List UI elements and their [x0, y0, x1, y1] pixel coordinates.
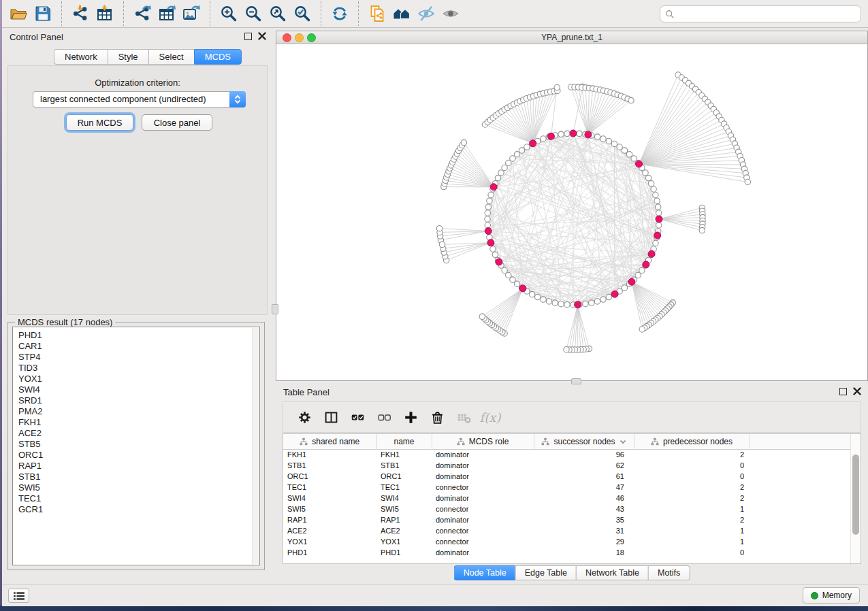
cell-shared-name[interactable]: TEC1	[283, 482, 376, 493]
zoom-out-button[interactable]	[241, 2, 266, 25]
cell-successor-nodes[interactable]: 46	[534, 493, 634, 503]
horizontal-splitter-handle[interactable]	[571, 378, 581, 384]
cell-successor-nodes[interactable]: 35	[534, 514, 634, 525]
cell-mcds-role[interactable]: dominator	[432, 449, 534, 460]
mcds-result-item[interactable]: ACE2	[13, 428, 259, 439]
cell-name[interactable]: STB1	[376, 460, 432, 471]
hide-all-columns-button[interactable]	[376, 409, 392, 425]
tab-mcds[interactable]: MCDS	[194, 49, 242, 65]
minimize-window-icon[interactable]	[295, 33, 304, 42]
table-row[interactable]: ACE2ACE2connector311	[283, 525, 854, 536]
cell-name[interactable]: SWI4	[376, 493, 432, 503]
cell-shared-name[interactable]: PHD1	[283, 547, 376, 558]
zoom-in-button[interactable]	[216, 2, 241, 25]
cell-predecessor-nodes[interactable]: 1	[634, 503, 750, 514]
first-neighbors-button[interactable]	[389, 2, 414, 25]
mcds-result-item[interactable]: PHD1	[13, 330, 259, 341]
cell-successor-nodes[interactable]: 18	[534, 547, 634, 558]
network-window-titlebar[interactable]: YPA_prune.txt_1	[276, 31, 867, 44]
show-all-button[interactable]	[438, 2, 463, 25]
cell-successor-nodes[interactable]: 62	[534, 460, 634, 471]
column-header-name[interactable]: name	[376, 434, 432, 449]
cell-name[interactable]: YOX1	[376, 536, 432, 547]
cell-mcds-role[interactable]: connector	[432, 482, 534, 493]
tab-select[interactable]: Select	[148, 49, 194, 65]
cell-shared-name[interactable]: ACE2	[283, 525, 376, 536]
hide-selected-button[interactable]	[414, 2, 438, 25]
mcds-result-item[interactable]: CAR1	[13, 341, 259, 352]
cell-successor-nodes[interactable]: 96	[534, 449, 634, 460]
table-row[interactable]: YOX1YOX1connector291	[283, 536, 854, 547]
mcds-result-item[interactable]: FKH1	[13, 417, 259, 428]
cell-shared-name[interactable]: YOX1	[283, 536, 376, 547]
save-button[interactable]	[31, 2, 55, 25]
table-row[interactable]: TEC1TEC1connector472	[283, 482, 854, 493]
cell-predecessor-nodes[interactable]: 2	[634, 449, 750, 460]
cell-shared-name[interactable]: ORC1	[283, 471, 376, 482]
cell-successor-nodes[interactable]: 31	[534, 525, 634, 536]
cell-name[interactable]: TEC1	[376, 482, 432, 493]
table-row[interactable]: STB1STB1dominator620	[283, 460, 854, 471]
zoom-selected-button[interactable]	[290, 2, 315, 25]
cell-predecessor-nodes[interactable]: 2	[634, 514, 750, 525]
close-window-icon[interactable]	[283, 33, 291, 42]
cell-shared-name[interactable]: FKH1	[283, 449, 376, 460]
cell-name[interactable]: SWI5	[376, 503, 432, 514]
cell-name[interactable]: PHD1	[376, 547, 432, 558]
export-network-button[interactable]	[130, 2, 155, 25]
cell-mcds-role[interactable]: dominator	[432, 460, 534, 471]
folder-open-button[interactable]	[6, 2, 31, 25]
cell-mcds-role[interactable]: dominator	[432, 547, 534, 558]
float-panel-icon[interactable]	[244, 33, 252, 40]
mcds-result-item[interactable]: YOX1	[13, 374, 259, 384]
cell-mcds-role[interactable]: dominator	[432, 493, 534, 503]
network-canvas[interactable]	[276, 44, 867, 380]
cell-name[interactable]: RAP1	[376, 514, 432, 525]
cell-mcds-role[interactable]: connector	[432, 503, 534, 514]
cell-shared-name[interactable]: RAP1	[283, 514, 376, 525]
close-panel-button[interactable]: Close panel	[142, 114, 212, 131]
import-table-button[interactable]	[93, 2, 117, 25]
tab-motifs[interactable]: Motifs	[648, 565, 690, 580]
add-column-button[interactable]	[402, 409, 419, 425]
export-table-button[interactable]	[155, 2, 179, 25]
close-panel-icon[interactable]	[853, 387, 861, 395]
cell-name[interactable]: ACE2	[376, 525, 432, 536]
import-network-button[interactable]	[68, 2, 93, 25]
tab-node-table[interactable]: Node Table	[454, 565, 515, 580]
mcds-result-item[interactable]: ORC1	[13, 450, 259, 461]
cell-successor-nodes[interactable]: 29	[534, 536, 634, 547]
cell-mcds-role[interactable]: connector	[432, 525, 534, 536]
gear-button[interactable]	[296, 409, 312, 425]
cell-predecessor-nodes[interactable]: 0	[634, 547, 750, 558]
mcds-result-item[interactable]: SWI5	[13, 482, 259, 493]
new-network-from-selection-button[interactable]	[365, 2, 389, 25]
zoom-window-icon[interactable]	[307, 33, 316, 42]
mcds-result-item[interactable]: SWI4	[13, 384, 259, 395]
tab-network[interactable]: Network	[54, 49, 108, 65]
cell-predecessor-nodes[interactable]: 0	[634, 460, 750, 471]
refresh-button[interactable]	[327, 2, 352, 25]
mcds-result-item[interactable]: STP4	[13, 352, 259, 363]
cell-mcds-role[interactable]: dominator	[432, 514, 534, 525]
table-row[interactable]: FKH1FKH1dominator962	[283, 449, 854, 460]
task-history-button[interactable]	[8, 589, 29, 603]
tab-style[interactable]: Style	[108, 49, 148, 65]
cell-predecessor-nodes[interactable]: 1	[634, 525, 750, 536]
cell-predecessor-nodes[interactable]: 0	[634, 471, 750, 482]
export-image-button[interactable]	[179, 2, 204, 25]
mcds-result-item[interactable]: GCR1	[13, 504, 259, 515]
cell-predecessor-nodes[interactable]: 2	[634, 482, 750, 493]
mcds-result-item[interactable]: STB5	[13, 439, 259, 450]
vertical-splitter-handle[interactable]	[272, 304, 278, 314]
tab-network-table[interactable]: Network Table	[576, 565, 648, 580]
run-mcds-button[interactable]: Run MCDS	[66, 114, 133, 131]
close-panel-icon[interactable]	[258, 32, 266, 40]
table-row[interactable]: RAP1RAP1dominator352	[283, 514, 854, 525]
mcds-result-item[interactable]: SRD1	[13, 395, 259, 406]
cell-name[interactable]: FKH1	[376, 449, 432, 460]
cell-name[interactable]: ORC1	[376, 471, 432, 482]
mcds-result-item[interactable]: PMA2	[13, 406, 259, 417]
column-header-successor-nodes[interactable]: successor nodes	[534, 434, 634, 449]
trash-button[interactable]	[429, 409, 445, 425]
